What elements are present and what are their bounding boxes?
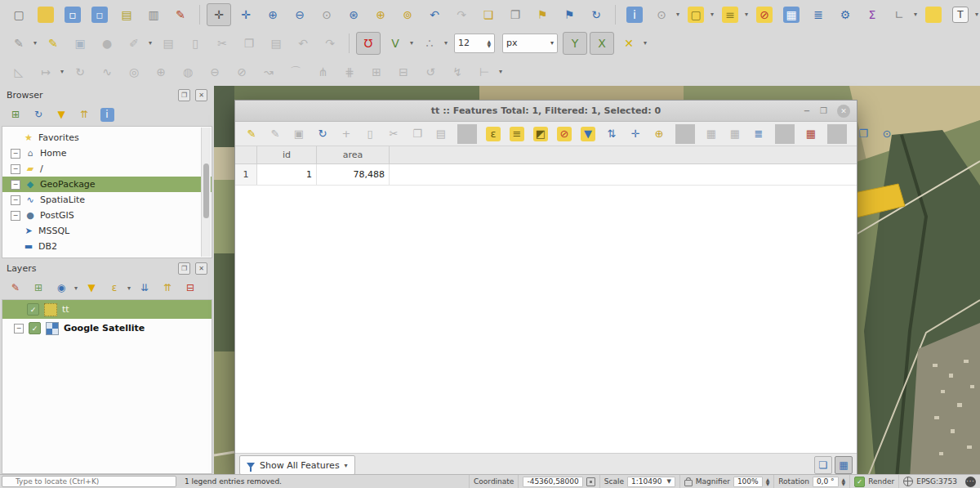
browser-scrollbar[interactable] (201, 128, 211, 257)
deselect-all-button[interactable]: ⊘ (752, 3, 777, 26)
new-3d-map-view-button[interactable]: ❐ (503, 3, 528, 26)
expander-icon[interactable] (14, 324, 24, 334)
expand-all-button[interactable]: ⇊ (134, 278, 155, 298)
layer-visibility-checkbox[interactable] (27, 303, 39, 316)
deselect-all-button[interactable]: ⊘ (553, 123, 576, 145)
scale-combobox[interactable]: 1:10490 ▼ (627, 477, 675, 487)
zoom-native-button[interactable]: ⊙ (314, 3, 339, 26)
cut-button[interactable]: ✂ (382, 123, 405, 145)
locator-input[interactable] (2, 476, 176, 487)
close-icon[interactable]: ✕ (837, 105, 850, 118)
browser-item-mssql[interactable]: ➤ MSSQL (2, 223, 212, 239)
filter-legend-button[interactable]: ▼ (81, 278, 102, 298)
layer-visibility-checkbox[interactable] (29, 322, 41, 334)
cell-area[interactable]: 78,488 (317, 164, 390, 185)
merge-features-button[interactable]: ⊞ (364, 60, 389, 83)
paste-features-button[interactable]: ▤ (264, 32, 288, 55)
render-checkbox[interactable] (854, 477, 865, 487)
minimize-icon[interactable]: − (804, 106, 810, 115)
add-feature-button[interactable]: + (335, 123, 358, 145)
zoom-out-button[interactable]: ⊖ (287, 3, 312, 26)
extents-toggle-icon[interactable] (586, 477, 595, 486)
feature-filter-button[interactable]: Show All Features (239, 455, 355, 475)
merge-attributes-button[interactable]: ⊟ (391, 60, 416, 83)
snap-self-button[interactable]: Y (563, 32, 587, 55)
delete-selected-features-button[interactable]: ▯ (359, 123, 381, 145)
select-features-by-value-button[interactable]: ≡ (718, 3, 750, 26)
refresh-browser-button[interactable]: ↻ (28, 105, 49, 124)
new-project-button[interactable]: ▢ (7, 3, 31, 26)
snap-intersection-button[interactable]: X (590, 32, 614, 55)
snapping-mode-button[interactable]: V (383, 32, 415, 55)
browser-item-geopackage[interactable]: ◆ GeoPackage (2, 177, 212, 192)
manage-map-themes-button[interactable]: ◉ (51, 278, 79, 298)
expander-icon[interactable] (11, 164, 20, 174)
move-selection-to-top-button[interactable]: ⇅ (600, 123, 623, 145)
snapping-type-button[interactable]: ∴ (417, 32, 449, 55)
offset-point-symbols-button[interactable]: ↯ (445, 60, 470, 83)
add-ring-button[interactable]: ◎ (122, 60, 146, 83)
select-all-button[interactable]: ≡ (506, 123, 528, 145)
save-project-as-button[interactable]: ▫ (87, 3, 112, 26)
reshape-features-button[interactable]: ↝ (256, 60, 281, 83)
new-map-view-button[interactable]: ❏ (476, 3, 501, 26)
layer-item-tt[interactable]: tt (2, 300, 212, 319)
refresh-map-button[interactable]: ↻ (584, 3, 608, 26)
toggle-editing-button[interactable]: ✎ (240, 123, 263, 145)
pan-map-to-selected-button[interactable]: ✛ (624, 123, 647, 145)
crs-value[interactable]: EPSG:3753 (916, 477, 957, 486)
browser-item-postgis[interactable]: ● PostGIS (2, 208, 212, 223)
save-layer-edits-button[interactable]: ▣ (68, 32, 92, 55)
open-field-calculator-button[interactable]: ≣ (747, 123, 770, 145)
statistical-summary-button[interactable]: Σ (860, 3, 884, 26)
enable-snapping-button[interactable]: Ω (356, 32, 381, 55)
zoom-last-button[interactable]: ↶ (422, 3, 447, 26)
float-panel-icon[interactable]: ❐ (178, 262, 190, 275)
split-features-button[interactable]: ⋔ (310, 60, 335, 83)
offset-curve-button[interactable]: ⌒ (283, 60, 308, 83)
expander-icon[interactable] (14, 306, 22, 314)
browser-item-db2[interactable]: ▬ DB2 (2, 239, 212, 254)
trim-extend-button[interactable]: ⊢ (472, 60, 504, 83)
select-by-expression-button[interactable]: ε (482, 123, 505, 145)
search-widget-button[interactable]: ⊙ (875, 123, 898, 145)
layer-properties-button[interactable]: i (96, 105, 118, 124)
expander-icon[interactable] (11, 211, 20, 221)
browser-item-home[interactable]: ⌂ Home (2, 146, 212, 161)
column-header-id[interactable]: id (257, 146, 317, 163)
add-group-button[interactable]: ⊞ (28, 278, 49, 298)
snap-tolerance-stepper[interactable]: 12 ▲▼ (454, 34, 495, 53)
stepper-arrows-icon[interactable]: ▲▼ (487, 39, 491, 47)
undo-button[interactable]: ↶ (291, 32, 315, 55)
expander-icon[interactable] (11, 243, 19, 251)
move-feature-button[interactable]: ↦ (33, 60, 65, 83)
browser-item-spatialite[interactable]: ∿ SpatiaLite (2, 192, 212, 208)
reload-table-button[interactable]: ↻ (311, 123, 334, 145)
expander-icon[interactable] (11, 195, 20, 205)
remove-layer-button[interactable]: ⊟ (180, 278, 201, 298)
show-spatial-bookmarks-button[interactable]: ⚑ (557, 3, 581, 26)
save-edits-button[interactable]: ▣ (287, 123, 310, 145)
new-spatial-bookmark-button[interactable]: ⚑ (530, 3, 555, 26)
text-annotation-button[interactable]: T (948, 3, 980, 26)
copy-features-button[interactable]: ❐ (237, 32, 261, 55)
rotation-stepper[interactable]: 0,0 ° (813, 477, 839, 487)
identify-features-button[interactable]: i (622, 3, 647, 26)
add-polygon-feature-button[interactable]: ● (95, 32, 119, 55)
close-panel-icon[interactable]: ✕ (195, 89, 207, 101)
messages-button[interactable] (965, 477, 976, 487)
multi-edit-button[interactable]: ✎ (264, 123, 287, 145)
split-parts-button[interactable]: ⋕ (337, 60, 362, 83)
magnifier-stepper[interactable]: 100% (733, 477, 763, 487)
collapse-all-button[interactable]: ⇈ (74, 105, 95, 124)
filter-select-button[interactable]: ▼ (577, 123, 599, 145)
zoom-next-button[interactable]: ↷ (449, 3, 474, 26)
zoom-map-to-selected-button[interactable]: ⊕ (648, 123, 670, 145)
collapse-all-button[interactable]: ⇈ (157, 278, 178, 298)
column-header-area[interactable]: area (317, 146, 390, 163)
conditional-formatting-button[interactable]: ▦ (800, 123, 822, 145)
simplify-feature-button[interactable]: ∿ (95, 60, 119, 83)
add-selected-layers-button[interactable]: ⊞ (5, 105, 26, 124)
table-view-button[interactable]: ▦ (835, 456, 853, 474)
delete-field-button[interactable]: ▦ (724, 123, 746, 145)
